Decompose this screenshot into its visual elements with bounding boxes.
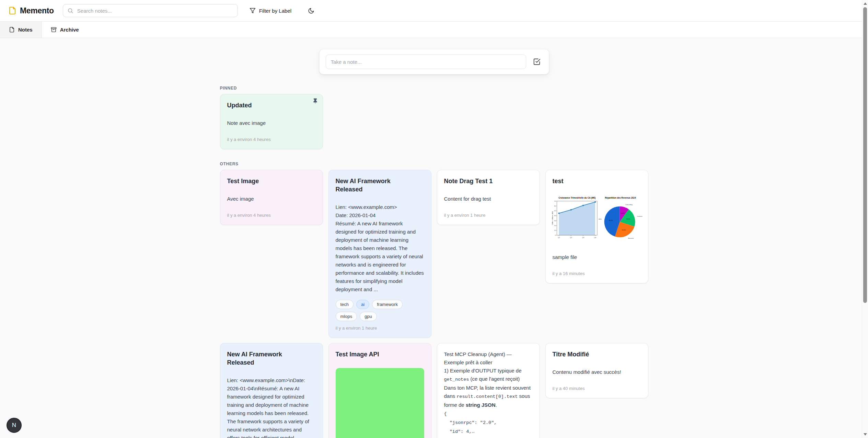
unpin-button[interactable] xyxy=(312,98,318,104)
note-body-segment: string JSON xyxy=(466,402,496,408)
filter-by-label-button[interactable]: Filter by Label xyxy=(247,7,293,14)
notes-row: Test ImageAvec imageil y a environ 4 heu… xyxy=(220,170,648,338)
user-avatar[interactable]: N xyxy=(7,418,22,433)
note-title: Titre Modifié xyxy=(553,350,641,358)
svg-text:45.0%: 45.0% xyxy=(609,220,613,221)
search-input[interactable] xyxy=(77,8,233,14)
note-title: Note Drag Test 1 xyxy=(444,177,533,185)
tab-bar: Notes Archive xyxy=(0,22,868,38)
note-image xyxy=(336,368,424,438)
svg-text:20: 20 xyxy=(554,225,556,226)
tag-tech[interactable]: tech xyxy=(336,300,354,309)
note-body-segment: get_notes xyxy=(444,377,469,382)
svg-text:Répartition des Revenus 2024: Répartition des Revenus 2024 xyxy=(605,197,636,199)
note-card[interactable]: New AI Framework ReleasedLien: <www.exam… xyxy=(328,170,431,338)
tab-archive-label: Archive xyxy=(60,27,79,33)
scrollbar-up-arrow[interactable] xyxy=(864,2,867,5)
notes-grid: Test ImageAvec imageil y a environ 4 heu… xyxy=(220,170,648,438)
note-title: New AI Framework Released xyxy=(227,350,316,367)
svg-text:Q4: Q4 xyxy=(594,237,596,238)
filter-by-label-text: Filter by Label xyxy=(259,8,291,14)
svg-text:Croissance Trimestrielle du CA: Croissance Trimestrielle du CA (M€) xyxy=(558,197,595,199)
note-body: Avec image xyxy=(227,195,316,203)
svg-text:50: 50 xyxy=(554,210,556,212)
tag-ai[interactable]: ai xyxy=(356,300,369,309)
tab-notes-label: Notes xyxy=(18,27,33,33)
note-card[interactable]: Note Drag Test 1Content for drag testil … xyxy=(437,170,540,225)
theme-toggle-button[interactable] xyxy=(306,7,316,14)
note-body-segment: . xyxy=(496,402,497,408)
svg-text:Q1: Q1 xyxy=(558,237,560,238)
note-card[interactable]: testCroissance Trimestrielle du CA (M€)0… xyxy=(545,170,648,283)
notes-main: PINNED UpdatedNote avec imageil y a envi… xyxy=(220,49,648,438)
svg-text:10.0%: 10.0% xyxy=(621,212,625,214)
note-title: test xyxy=(553,177,641,185)
svg-text:Consulting: Consulting xyxy=(625,204,633,205)
note-body: Test MCP Cleanup (Agent) — Exemple prêt … xyxy=(444,350,533,436)
note-title: New AI Framework Released xyxy=(336,177,424,193)
note-body-segment: result.content[0].text xyxy=(456,394,518,399)
svg-text:Services: Services xyxy=(628,237,634,239)
pinned-notes-row: UpdatedNote avec imageil y a environ 4 h… xyxy=(220,94,648,149)
search-icon xyxy=(67,8,73,14)
filter-funnel-icon xyxy=(250,8,256,14)
note-body: Content for drag test xyxy=(444,195,533,203)
tag-gpu[interactable]: gpu xyxy=(360,312,377,321)
others-section-label: OTHERS xyxy=(220,162,648,166)
svg-text:20.0%: 20.0% xyxy=(626,218,630,220)
note-timestamp: il y a 40 minutes xyxy=(553,386,641,391)
search-box xyxy=(63,4,238,17)
moon-icon xyxy=(308,8,314,14)
note-title: Updated xyxy=(227,101,316,109)
app-header: Memento Filter by Label xyxy=(0,0,868,22)
note-body: sample file xyxy=(553,253,641,261)
svg-text:Produits: Produits xyxy=(599,218,602,220)
svg-text:70: 70 xyxy=(554,200,556,202)
svg-text:Q3: Q3 xyxy=(582,237,584,238)
scrollbar-thumb[interactable] xyxy=(863,7,867,303)
checkbox-icon xyxy=(533,58,541,66)
tag-mlops[interactable]: mlops xyxy=(336,312,357,321)
tag-framework[interactable]: framework xyxy=(372,300,403,309)
pie-chart: Répartition des Revenus 202410.0%Consult… xyxy=(599,195,642,243)
tab-notes[interactable]: Notes xyxy=(0,22,42,38)
note-file-logo-icon xyxy=(8,6,16,15)
note-body-segment: { "jsonrpc": "2.0", "id": 4,… xyxy=(444,411,497,434)
new-checklist-button[interactable] xyxy=(531,58,543,66)
svg-text:10: 10 xyxy=(554,229,556,231)
note-timestamp: il y a environ 1 heure xyxy=(444,213,533,218)
note-card[interactable]: Test ImageAvec imageil y a environ 4 heu… xyxy=(220,170,323,225)
note-card[interactable]: Titre ModifiéContenu modifié avec succès… xyxy=(545,343,648,398)
note-card[interactable]: New AI Framework ReleasedLien: <www.exam… xyxy=(220,343,323,438)
take-a-note-input[interactable] xyxy=(326,55,526,69)
svg-text:Licences: Licences xyxy=(637,215,642,217)
note-card[interactable]: Test Image API xyxy=(328,343,431,438)
svg-text:60: 60 xyxy=(554,205,556,207)
notes-row: New AI Framework ReleasedLien: <www.exam… xyxy=(220,343,648,438)
note-card[interactable]: Test MCP Cleanup (Agent) — Exemple prêt … xyxy=(437,343,540,438)
note-image-charts: Croissance Trimestrielle du CA (M€)01020… xyxy=(551,195,643,243)
note-tags: techaiframeworkmlopsgpu xyxy=(336,300,424,321)
pin-icon xyxy=(312,98,318,104)
note-card[interactable]: UpdatedNote avec imageil y a environ 4 h… xyxy=(220,94,323,149)
svg-text:0: 0 xyxy=(555,234,556,236)
note-body: Contenu modifié avec succès! xyxy=(553,368,641,376)
archive-icon xyxy=(51,27,57,33)
note-timestamp: il y a environ 1 heure xyxy=(336,325,424,331)
note-timestamp: il y a 16 minutes xyxy=(553,271,641,276)
svg-text:25.0%: 25.0% xyxy=(622,229,626,231)
app-title: Memento xyxy=(20,6,54,15)
note-body-segment: Test MCP Cleanup (Agent) — Exemple prêt … xyxy=(444,351,523,374)
line-chart: Croissance Trimestrielle du CA (M€)01020… xyxy=(551,195,599,243)
note-timestamp: il y a environ 4 heures xyxy=(227,137,316,142)
svg-text:40: 40 xyxy=(554,215,556,216)
note-composer xyxy=(319,49,549,74)
svg-text:Q2: Q2 xyxy=(570,237,572,238)
note-title: Test Image API xyxy=(336,350,424,358)
note-body: Lien: <www.example.com>\nDate: 2026-01-0… xyxy=(227,376,316,438)
file-icon xyxy=(9,27,15,33)
tab-archive[interactable]: Archive xyxy=(42,22,88,38)
app-logo: Memento xyxy=(8,6,54,15)
scrollbar-track[interactable] xyxy=(862,0,868,438)
scrollbar-down-arrow[interactable] xyxy=(864,433,867,436)
